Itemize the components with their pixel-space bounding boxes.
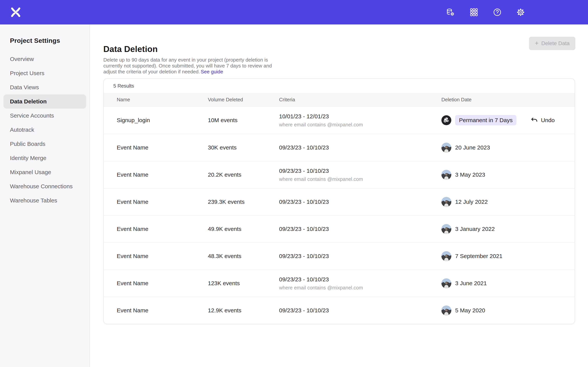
data-management-icon[interactable] [446,8,455,17]
page-header: Data Deletion Delete up to 90 days data … [103,44,588,66]
sidebar-nav: Overview Project Users Data Views Data D… [0,52,90,208]
avatar [441,224,451,234]
cell-criteria: 09/23/23 - 10/10/23 [279,143,441,151]
deletion-date-text: 3 June 2021 [455,280,487,286]
sidebar: Project Settings Overview Project Users … [0,25,90,367]
cell-name: Event Name [117,280,208,286]
avatar [441,197,451,207]
avatar [441,170,451,180]
sidebar-item-public-boards[interactable]: Public Boards [3,137,86,151]
table-row: Event Name 49.9K events 09/23/23 - 10/10… [104,215,575,242]
cell-criteria: 10/01/23 - 12/01/23 where email contains… [279,112,441,128]
cell-deletion-date: 5 May 2020 [441,305,565,315]
see-guide-link[interactable]: See guide [201,69,223,75]
table-row: Event Name 123K events 09/23/23 - 10/10/… [104,269,575,297]
undo-icon [531,117,537,123]
sidebar-item-identity-merge[interactable]: Identity Merge [3,151,86,165]
cell-volume: 10M events [208,117,279,124]
page-description: Delete up to 90 days data for any event … [103,57,273,75]
avatar [441,115,451,125]
apps-grid-icon[interactable] [469,8,478,17]
avatar [441,278,451,288]
table-row: Event Name 48.3K events 09/23/23 - 10/10… [104,242,575,269]
sidebar-item-overview[interactable]: Overview [3,52,86,66]
table-header-row: Name Volume Deleted Criteria Deletion Da… [104,93,575,107]
column-header-volume: Volume Deleted [208,97,279,103]
cell-deletion-date: 3 June 2021 [441,278,565,288]
table-row: Event Name 20.2K events 09/23/23 - 10/10… [104,161,575,188]
sidebar-item-mixpanel-usage[interactable]: Mixpanel Usage [3,165,86,179]
column-header-deletion-date: Deletion Date [441,97,565,103]
settings-gear-icon[interactable] [516,8,525,17]
cell-deletion-date: 20 June 2023 [441,142,565,152]
deletion-date-text: 3 January 2022 [455,226,495,232]
main-content: Data Deletion Delete up to 90 days data … [90,25,588,367]
cell-deletion-date: 3 January 2022 [441,224,565,234]
cell-volume: 123K events [208,280,279,286]
sidebar-item-project-users[interactable]: Project Users [3,66,86,80]
cell-volume: 20.2K events [208,171,279,178]
cell-name: Event Name [117,144,208,151]
cell-volume: 48.3K events [208,253,279,259]
deletion-table-card: 5 Results Name Volume Deleted Criteria D… [103,78,575,324]
deletion-date-text: 5 May 2020 [455,307,485,314]
sidebar-item-warehouse-connections[interactable]: Warehouse Connections [3,179,86,193]
cell-name: Event Name [117,253,208,259]
page-title: Data Deletion [103,44,588,54]
status-badge: Permanent in 7 Days [455,115,516,125]
cell-name: Event Name [117,307,208,314]
table-row: Signup_login 10M events 10/01/23 - 12/01… [104,107,575,134]
cell-volume: 30K events [208,144,279,151]
cell-deletion-date: 7 September 2021 [441,251,565,261]
avatar [441,142,451,152]
cell-name: Event Name [117,199,208,205]
cell-criteria: 09/23/23 - 10/10/23 [279,225,441,233]
results-count: 5 Results [104,79,575,93]
column-header-criteria: Criteria [279,97,441,103]
topbar [0,0,588,25]
deletion-date-text: 3 May 2023 [455,171,485,178]
table-row: Event Name 30K events 09/23/23 - 10/10/2… [104,134,575,161]
deletion-date-text: 7 September 2021 [455,253,502,259]
mixpanel-logo[interactable] [11,7,21,17]
cell-name: Signup_login [117,117,208,124]
cell-criteria: 09/23/23 - 10/10/23 where email contains… [279,275,441,291]
deletion-date-text: 12 July 2022 [455,199,488,205]
cell-criteria: 09/23/23 - 10/10/23 [279,306,441,314]
table-row: Event Name 12.9K events 09/23/23 - 10/10… [104,297,575,324]
cell-volume: 49.9K events [208,226,279,232]
cell-name: Event Name [117,171,208,178]
cell-criteria: 09/23/23 - 10/10/23 [279,198,441,206]
undo-button[interactable]: Undo [531,117,555,124]
sidebar-item-service-accounts[interactable]: Service Accounts [3,108,86,123]
cell-deletion-date: 3 May 2023 [441,170,565,180]
sidebar-item-data-deletion[interactable]: Data Deletion [3,94,86,108]
cell-deletion-date: Permanent in 7 Days Undo [441,115,565,125]
column-header-name: Name [117,97,208,103]
sidebar-item-autotrack[interactable]: Autotrack [3,123,86,137]
avatar [441,305,451,315]
help-icon[interactable] [493,8,502,17]
deletion-date-text: 20 June 2023 [455,144,490,151]
cell-criteria: 09/23/23 - 10/10/23 [279,252,441,260]
sidebar-title: Project Settings [10,36,90,45]
cell-volume: 12.9K events [208,307,279,314]
sidebar-item-warehouse-tables[interactable]: Warehouse Tables [3,193,86,208]
topbar-icon-group [446,8,588,17]
plus-icon: + [535,40,539,46]
avatar [441,251,451,261]
sidebar-item-data-views[interactable]: Data Views [3,80,86,94]
cell-deletion-date: 12 July 2022 [441,197,565,207]
cell-name: Event Name [117,226,208,232]
cell-volume: 239.3K events [208,199,279,205]
cell-criteria: 09/23/23 - 10/10/23 where email contains… [279,167,441,183]
delete-data-button[interactable]: + Delete Data [529,37,575,50]
table-row: Event Name 239.3K events 09/23/23 - 10/1… [104,188,575,215]
